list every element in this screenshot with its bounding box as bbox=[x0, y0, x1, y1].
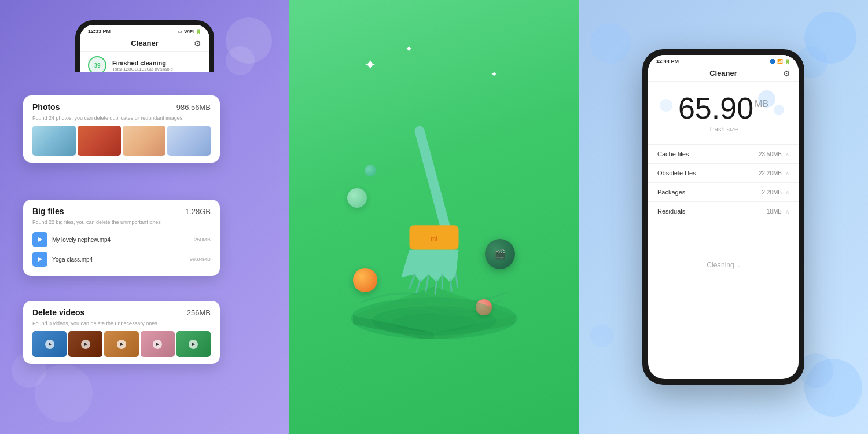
storage-bubble-3 bbox=[660, 99, 672, 112]
deco-bubble-2 bbox=[226, 46, 255, 75]
sparkle-icon-2: ✦ bbox=[405, 43, 413, 54]
file-play-icon-1 bbox=[32, 232, 47, 247]
file-list-item-3[interactable]: Residuals 18MB ∧ bbox=[648, 201, 799, 220]
phone-top-partial: 12:33 PM ▭WiFi🔋 Cleaner ⚙ 39 Finished cl… bbox=[75, 20, 214, 72]
video-thumb-3 bbox=[104, 331, 138, 357]
fli-arrow-1: ∧ bbox=[785, 170, 789, 176]
fli-name-3: Residuals bbox=[657, 208, 685, 215]
panel-3: 12:44 PM 🔵 📶 🔋 Cleaner ⚙ 65. bbox=[579, 0, 868, 434]
status-bar-left: 12:33 PM ▭WiFi🔋 bbox=[80, 25, 209, 35]
medium-green-ball bbox=[347, 188, 367, 208]
cleaning-status-text: Cleaning... bbox=[648, 226, 799, 286]
fli-right-0: 23.50MB ∧ bbox=[759, 151, 789, 157]
status-bar-right: 12:44 PM 🔵 📶 🔋 bbox=[648, 55, 799, 65]
storage-value: 65.90 bbox=[678, 93, 753, 123]
time-right: 12:44 PM bbox=[656, 58, 679, 64]
status-icons-left: ▭WiFi🔋 bbox=[178, 29, 201, 34]
settings-icon-left[interactable]: ⚙ bbox=[194, 39, 201, 48]
delete-size: 256MB bbox=[187, 308, 211, 317]
bigfiles-card-header: Big files 1.28GB bbox=[32, 207, 211, 216]
fli-size-1: 22.20MB bbox=[759, 170, 782, 176]
blue-bubble-6 bbox=[590, 324, 613, 347]
file-size-2: 99.84MB bbox=[190, 256, 211, 262]
clean-subtitle: Total 128GB,102GB available bbox=[112, 67, 173, 72]
clean-text-group: Finished cleaning Total 128GB,102GB avai… bbox=[112, 60, 173, 72]
play-triangle-2 bbox=[38, 257, 42, 262]
fli-arrow-3: ∧ bbox=[785, 208, 789, 215]
photo-thumb-1 bbox=[32, 126, 76, 156]
panel-2: ✦ ✦ ✦ mi bbox=[289, 0, 579, 434]
clean-title: Finished cleaning bbox=[112, 60, 173, 67]
right-screen: 12:44 PM 🔵 📶 🔋 Cleaner ⚙ 65. bbox=[648, 55, 799, 379]
storage-bubble-2 bbox=[774, 105, 784, 115]
blue-bubble-3 bbox=[590, 23, 631, 64]
file-list-item-0[interactable]: Cache files 23.50MB ∧ bbox=[648, 144, 799, 163]
time-left: 12:33 PM bbox=[88, 28, 111, 34]
photos-grid bbox=[32, 126, 211, 156]
file-list-item-2[interactable]: Packages 2.20MB ∧ bbox=[648, 182, 799, 201]
photo-thumb-3 bbox=[123, 126, 166, 156]
broom-svg: mi bbox=[370, 119, 498, 315]
fli-size-2: 2.20MB bbox=[762, 189, 782, 196]
photos-card: Photos 986.56MB Found 24 photos, you can… bbox=[23, 95, 220, 163]
storage-display: 65.90 MB Trash size bbox=[648, 82, 799, 138]
app-header-right: Cleaner ⚙ bbox=[648, 65, 799, 82]
photos-title: Photos bbox=[32, 102, 60, 112]
fli-name-1: Obsolete files bbox=[657, 170, 696, 176]
fli-right-1: 22.20MB ∧ bbox=[759, 170, 789, 176]
bigfiles-desc: Found 22 big files, you can delete the u… bbox=[32, 219, 211, 225]
fli-right-3: 18MB ∧ bbox=[767, 208, 789, 215]
photo-thumb-4 bbox=[167, 126, 211, 156]
photo-thumb-2 bbox=[78, 126, 121, 156]
bigfiles-card: Big files 1.28GB Found 22 big files, you… bbox=[23, 200, 220, 276]
cleaning-label: Cleaning... bbox=[707, 261, 740, 269]
file-name-1: My lovely nephew.mp4 bbox=[52, 237, 189, 243]
file-list: Cache files 23.50MB ∧ Obsolete files 22.… bbox=[648, 138, 799, 226]
video-strip bbox=[32, 331, 211, 357]
svg-text:mi: mi bbox=[431, 236, 437, 242]
storage-bubble-1 bbox=[758, 90, 775, 108]
fli-size-0: 23.50MB bbox=[759, 151, 782, 157]
fli-arrow-0: ∧ bbox=[785, 151, 789, 157]
video-thumb-4 bbox=[141, 331, 175, 357]
app-header-left: Cleaner ⚙ bbox=[80, 35, 209, 52]
broom-illustration-container: mi 🎬 bbox=[318, 72, 550, 362]
fli-right-2: 2.20MB ∧ bbox=[762, 189, 789, 196]
photos-card-header: Photos 986.56MB bbox=[32, 102, 211, 112]
file-name-2: Yoga class.mp4 bbox=[52, 256, 185, 263]
status-icons-right: 🔵 📶 🔋 bbox=[770, 59, 790, 64]
video-thumb-1 bbox=[32, 331, 67, 357]
delete-videos-card: Delete videos 256MB Found 3 videos, you … bbox=[23, 301, 220, 364]
bigfiles-title: Big files bbox=[32, 207, 64, 216]
fli-name-0: Cache files bbox=[657, 150, 689, 157]
sparkle-icon-1: ✦ bbox=[365, 58, 375, 73]
panel-1: 12:33 PM ▭WiFi🔋 Cleaner ⚙ 39 Finished cl… bbox=[0, 0, 289, 434]
app-title-left: Cleaner bbox=[131, 39, 159, 47]
phone-right: 12:44 PM 🔵 📶 🔋 Cleaner ⚙ 65. bbox=[642, 49, 804, 385]
file-list-item-1[interactable]: Obsolete files 22.20MB ∧ bbox=[648, 163, 799, 182]
play-triangle-1 bbox=[38, 237, 42, 242]
file-item-1: My lovely nephew.mp4 250MB bbox=[32, 230, 211, 249]
settings-icon-right[interactable]: ⚙ bbox=[783, 69, 790, 78]
clean-badge: 39 bbox=[88, 56, 106, 72]
photos-size: 986.56MB bbox=[176, 103, 211, 112]
fli-size-3: 18MB bbox=[767, 208, 782, 215]
photos-desc: Found 24 photos, you can delete duplicat… bbox=[32, 115, 211, 121]
delete-title: Delete videos bbox=[32, 308, 84, 317]
video-thumb-5 bbox=[176, 331, 211, 357]
delete-card-header: Delete videos 256MB bbox=[32, 308, 211, 317]
app-title-right: Cleaner bbox=[709, 69, 737, 78]
delete-desc: Found 3 videos, you can delete the unnec… bbox=[32, 321, 211, 326]
file-play-icon-2 bbox=[32, 252, 47, 267]
file-size-1: 250MB bbox=[194, 237, 211, 242]
fli-arrow-2: ∧ bbox=[785, 189, 789, 196]
cleaner-status: 39 Finished cleaning Total 128GB,102GB a… bbox=[80, 52, 209, 72]
fli-name-2: Packages bbox=[657, 189, 685, 196]
deco-bubble-4 bbox=[35, 365, 93, 422]
video-thumb-2 bbox=[68, 331, 102, 357]
file-item-2: Yoga class.mp4 99.84MB bbox=[32, 249, 211, 269]
trash-label: Trash size bbox=[709, 126, 738, 133]
bigfiles-size: 1.28GB bbox=[185, 207, 211, 216]
